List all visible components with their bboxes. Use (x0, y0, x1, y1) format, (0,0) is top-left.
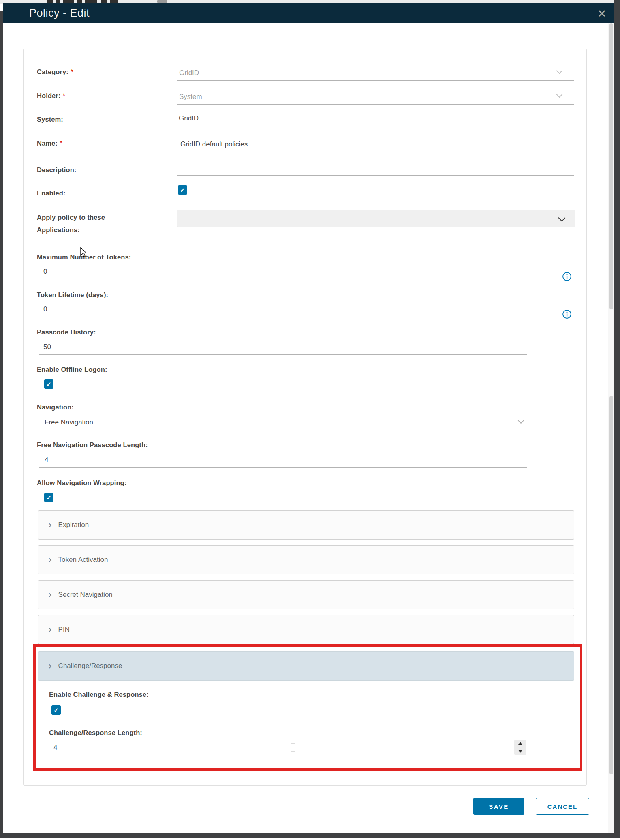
page-behind-fragment (85, 0, 97, 3)
description-input[interactable] (177, 159, 574, 176)
holder-value: System (179, 92, 574, 102)
accordion-pin[interactable]: › PIN (38, 615, 574, 644)
required-marker: * (60, 139, 62, 147)
chevron-right-icon: › (48, 662, 52, 670)
token-lifetime-input[interactable]: 0 (39, 301, 527, 317)
challenge-length-label: Challenge/Response Length: (49, 728, 142, 737)
challenge-length-input[interactable]: 4 (45, 739, 527, 755)
nav-wrapping-label: Allow Navigation Wrapping: (37, 478, 126, 488)
page-behind-right (614, 0, 620, 838)
navigation-label: Navigation: (37, 402, 74, 412)
chevron-down-icon (558, 214, 565, 221)
system-value: GridID (179, 113, 199, 124)
page-behind-fragment (157, 0, 167, 3)
applications-select[interactable] (177, 210, 575, 227)
token-lifetime-label: Token Lifetime (days): (37, 290, 108, 300)
navigation-select[interactable]: Free Navigation (39, 414, 527, 430)
name-label: Name:* (37, 138, 62, 148)
required-marker: * (62, 92, 65, 99)
spinner-up-icon[interactable] (518, 742, 522, 745)
info-icon[interactable] (562, 309, 572, 319)
apply-policy-label-line2: Applications: (37, 225, 80, 235)
description-label: Description: (37, 165, 76, 175)
page-behind-left (0, 11, 3, 833)
cancel-button[interactable]: CANCEL (536, 798, 589, 815)
enabled-label: Enabled: (37, 188, 65, 198)
free-nav-length-input[interactable]: 4 (39, 452, 527, 468)
policy-edit-dialog: Policy - Edit ✕ Category:* GridID Holder… (3, 3, 614, 833)
accordion-challenge-response[interactable]: › Challenge/Response (38, 651, 574, 681)
chevron-right-icon: › (48, 626, 52, 634)
scrollbar-thumb-lower[interactable] (609, 396, 613, 774)
dialog-title: Policy - Edit (29, 3, 90, 23)
name-input[interactable]: GridID default policies (177, 136, 574, 152)
max-tokens-value: 0 (43, 266, 527, 277)
category-label: Category:* (37, 67, 73, 77)
page-behind-bottom (0, 833, 620, 838)
accordion-label: Challenge/Response (58, 662, 122, 670)
chevron-right-icon: › (48, 591, 52, 599)
nav-wrapping-checkbox[interactable]: ✓ (44, 493, 53, 502)
scrollbar-thumb-upper[interactable] (609, 23, 613, 309)
accordion-expiration[interactable]: › Expiration (38, 510, 574, 540)
system-label: System: (37, 114, 63, 124)
dialog-header: Policy - Edit ✕ (3, 3, 614, 23)
token-lifetime-value: 0 (43, 304, 527, 315)
page-behind-fragment (101, 0, 107, 3)
chevron-right-icon: › (48, 521, 52, 529)
category-select[interactable]: GridID (177, 64, 574, 81)
enable-challenge-checkbox[interactable]: ✓ (51, 705, 61, 715)
close-icon[interactable]: ✕ (596, 8, 607, 19)
page-behind-fragment (56, 0, 60, 3)
chevron-right-icon: › (48, 556, 52, 564)
check-icon: ✓ (53, 707, 59, 714)
page-behind-bottom-edge (0, 838, 620, 840)
accordion-label: Expiration (58, 521, 89, 529)
free-nav-length-label: Free Navigation Passcode Length: (37, 440, 148, 450)
accordion-label: PIN (58, 626, 70, 634)
page-behind-fragment (77, 0, 82, 3)
accordion-token-activation[interactable]: › Token Activation (38, 545, 574, 574)
passcode-history-value: 50 (43, 342, 527, 352)
spinner-down-icon[interactable] (518, 750, 522, 753)
accordion-label: Secret Navigation (58, 591, 113, 599)
accordion-label: Token Activation (58, 556, 108, 564)
passcode-history-input[interactable]: 50 (39, 339, 527, 355)
navigation-value: Free Navigation (45, 417, 527, 428)
save-button[interactable]: SAVE (473, 798, 524, 815)
accordion-secret-navigation[interactable]: › Secret Navigation (38, 580, 574, 609)
page-behind-fragment (47, 0, 53, 3)
challenge-length-value: 4 (53, 742, 527, 753)
page-behind-fragment (110, 0, 118, 3)
holder-label: Holder:* (37, 91, 65, 101)
page-behind-fragment (63, 0, 74, 3)
offline-logon-checkbox[interactable]: ✓ (44, 379, 53, 389)
max-tokens-input[interactable]: 0 (39, 263, 527, 279)
free-nav-length-value: 4 (45, 455, 527, 465)
apply-policy-label-line1: Apply policy to these (37, 212, 105, 222)
number-spinner (514, 740, 526, 755)
enable-challenge-label: Enable Challenge & Response: (49, 690, 149, 699)
max-tokens-label: Maximum Number of Tokens: (37, 252, 131, 262)
name-value: GridID default policies (180, 139, 574, 150)
check-icon: ✓ (46, 381, 51, 388)
offline-logon-label: Enable Offline Logon: (37, 364, 107, 374)
check-icon: ✓ (180, 186, 185, 193)
enabled-checkbox[interactable]: ✓ (178, 185, 187, 195)
passcode-history-label: Passcode History: (37, 327, 96, 337)
holder-select[interactable]: System (177, 88, 574, 105)
check-icon: ✓ (46, 494, 51, 501)
policy-form-card: Category:* GridID Holder:* System System… (23, 49, 587, 786)
required-marker: * (71, 68, 73, 75)
category-value: GridID (179, 68, 574, 78)
info-icon[interactable] (562, 272, 572, 281)
